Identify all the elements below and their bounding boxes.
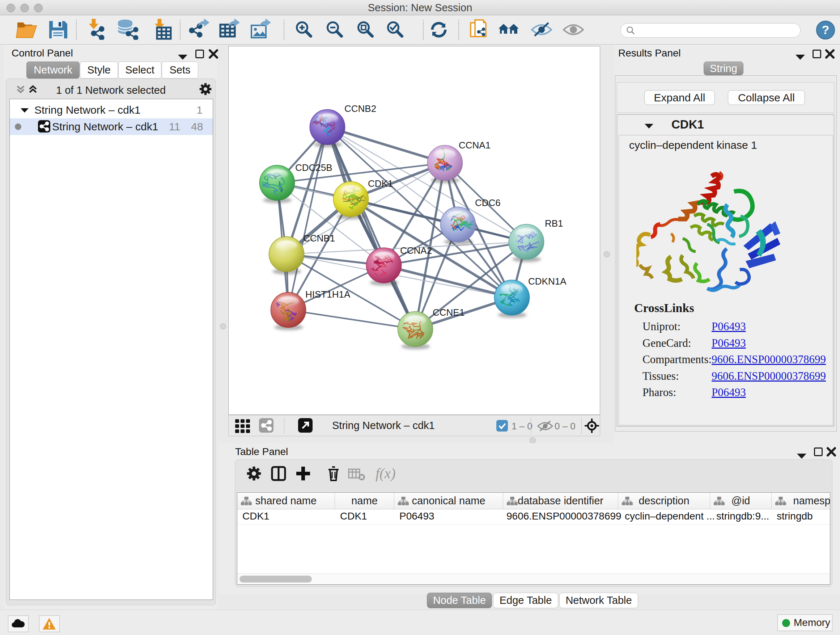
svg-text:CDC25B: CDC25B [295,162,332,173]
svg-text:HIST1H1A: HIST1H1A [305,289,351,300]
svg-text:CCNE1: CCNE1 [433,307,464,318]
svg-text:CCNA2: CCNA2 [400,245,432,256]
svg-text:CDC6: CDC6 [475,197,501,208]
svg-text:RB1: RB1 [545,218,563,229]
svg-text:CDKN1A: CDKN1A [528,276,567,287]
svg-text:CDK1: CDK1 [368,178,393,189]
svg-text:CCNB2: CCNB2 [344,103,376,114]
svg-text:CCNB1: CCNB1 [303,233,335,244]
svg-text:?: ? [822,23,829,36]
svg-text:CCNA1: CCNA1 [459,140,491,150]
